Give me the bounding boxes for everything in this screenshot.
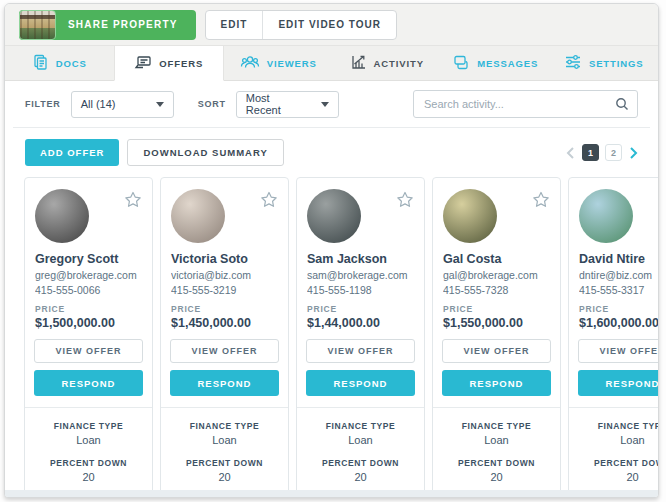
price-label: PRICE [443,304,550,314]
card-buttons: VIEW OFFER RESPOND [433,330,560,396]
docs-icon [32,54,49,72]
offer-phone: 415-555-0066 [35,284,142,296]
messages-icon [452,54,470,72]
bottom-strip [5,490,658,497]
offer-price: $1,450,000.00 [171,316,278,330]
prev-page-icon[interactable] [566,146,576,160]
percent-down-value: 20 [301,471,420,483]
finance-type-value: Loan [301,434,420,446]
actions-row: ADD OFFER DOWNLOAD SUMMARY 1 2 [5,128,658,177]
page-button-1[interactable]: 1 [582,144,599,161]
offer-phone: 415-555-3219 [171,284,278,296]
avatar [307,189,361,243]
tab-messages-label: MESSAGES [477,58,538,69]
add-offer-button[interactable]: ADD OFFER [25,139,119,166]
offer-price: $1,500,000.00 [35,316,142,330]
finance-type-label: FINANCE TYPE [165,421,284,431]
chevron-down-icon [321,102,329,107]
settings-icon [564,54,582,72]
star-icon[interactable] [396,191,414,213]
offer-email: victoria@biz.com [171,269,278,281]
finance-type-value: Loan [165,434,284,446]
app-window: SHARE PROPERTY EDIT EDIT VIDEO TOUR DOCS [4,3,659,498]
tab-offers[interactable]: OFFERS [114,46,225,81]
sort-dropdown[interactable]: Most Recent [236,91,339,118]
finance-type-value: Loan [437,434,556,446]
percent-down-label: PERCENT DOWN [437,458,556,468]
respond-button[interactable]: RESPOND [306,370,415,396]
sort-label: SORT [198,99,226,109]
card-details: FINANCE TYPE Loan PERCENT DOWN 20 FINANC… [25,408,152,490]
offer-email: greg@brokerage.com [35,269,142,281]
percent-down-value: 20 [165,471,284,483]
filter-toolbar: FILTER All (14) SORT Most Recent [5,81,658,127]
tab-settings[interactable]: SETTINGS [550,46,659,81]
tab-viewers-label: VIEWERS [267,58,317,69]
tab-activity[interactable]: ACTIVITY [333,46,442,81]
card-details: FINANCE TYPE Loan PERCENT DOWN 20 FINANC… [569,408,658,490]
finance-type-label: FINANCE TYPE [301,421,420,431]
next-page-icon[interactable] [628,146,638,160]
tab-messages[interactable]: MESSAGES [441,46,550,81]
offer-email: gal@brokerage.com [443,269,550,281]
card-buttons: VIEW OFFER RESPOND [297,330,424,396]
viewers-icon [240,54,260,72]
view-offer-button[interactable]: VIEW OFFER [578,339,658,363]
page-button-2[interactable]: 2 [605,144,622,161]
tab-docs[interactable]: DOCS [5,46,114,81]
percent-down-value: 20 [437,471,556,483]
card-top: Gregory Scott greg@brokerage.com 415-555… [25,178,152,330]
offer-name: Gregory Scott [35,252,142,266]
edit-video-tour-button[interactable]: EDIT VIDEO TOUR [263,11,396,39]
offer-cards-row: Gregory Scott greg@brokerage.com 415-555… [5,177,658,490]
view-offer-button[interactable]: VIEW OFFER [170,339,279,363]
percent-down-label: PERCENT DOWN [29,458,148,468]
download-summary-button[interactable]: DOWNLOAD SUMMARY [127,139,283,166]
search-input[interactable] [413,90,638,118]
finance-type-value: Loan [573,434,658,446]
percent-down-label: PERCENT DOWN [301,458,420,468]
avatar [171,189,225,243]
star-icon[interactable] [124,191,142,213]
offer-card: David Ntire dntire@biz.com 415-555-3317 … [568,177,658,490]
percent-down-value: 20 [29,471,148,483]
percent-down-label: PERCENT DOWN [573,458,658,468]
avatar [443,189,497,243]
share-property-button[interactable]: SHARE PROPERTY [19,10,196,40]
pagination: 1 2 [566,144,638,161]
price-label: PRICE [35,304,142,314]
card-top: Gal Costa gal@brokerage.com 415-555-7328… [433,178,560,330]
tab-viewers[interactable]: VIEWERS [224,46,333,81]
filter-dropdown[interactable]: All (14) [71,91,174,118]
respond-button[interactable]: RESPOND [170,370,279,396]
card-top: Sam Jackson sam@brokerage.com 415-555-11… [297,178,424,330]
edit-button[interactable]: EDIT [206,11,263,39]
finance-type-label: FINANCE TYPE [573,421,658,431]
tab-offers-label: OFFERS [159,58,203,69]
finance-type-label: FINANCE TYPE [437,421,556,431]
view-offer-button[interactable]: VIEW OFFER [34,339,143,363]
card-buttons: VIEW OFFER RESPOND [25,330,152,396]
offers-icon [134,54,152,72]
view-offer-button[interactable]: VIEW OFFER [306,339,415,363]
finance-type-label: FINANCE TYPE [29,421,148,431]
avatar [35,189,89,243]
activity-icon [350,54,367,72]
respond-button[interactable]: RESPOND [578,370,658,396]
edit-button-group: EDIT EDIT VIDEO TOUR [205,10,397,40]
price-label: PRICE [171,304,278,314]
price-label: PRICE [307,304,414,314]
card-buttons: VIEW OFFER RESPOND [569,330,658,396]
view-offer-button[interactable]: VIEW OFFER [442,339,551,363]
respond-button[interactable]: RESPOND [34,370,143,396]
respond-button[interactable]: RESPOND [442,370,551,396]
offer-name: David Ntire [579,252,658,266]
offer-email: sam@brokerage.com [307,269,414,281]
card-details: FINANCE TYPE Loan PERCENT DOWN 20 FINANC… [433,408,560,490]
card-top: Victoria Soto victoria@biz.com 415-555-3… [161,178,288,330]
star-icon[interactable] [260,191,278,213]
property-thumbnail [19,10,56,40]
card-buttons: VIEW OFFER RESPOND [161,330,288,396]
star-icon[interactable] [532,191,550,213]
filter-dropdown-value: All (14) [81,98,116,110]
